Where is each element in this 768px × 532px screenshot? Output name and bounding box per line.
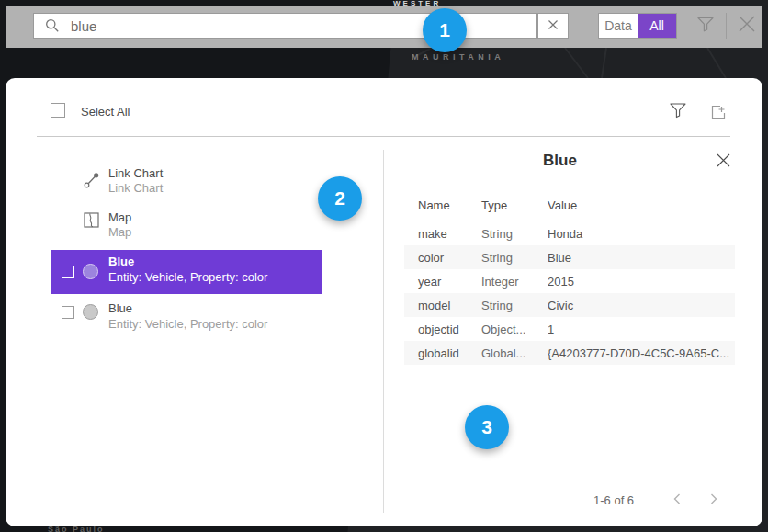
column-header-name: Name xyxy=(404,198,481,212)
attr-name: objectid xyxy=(404,323,481,336)
result-item-blue-selected[interactable]: Blue Entity: Vehicle, Property: color xyxy=(51,250,322,294)
attr-type: Global... xyxy=(481,346,548,360)
annotation-callout-1: 1 xyxy=(423,8,467,52)
pagination-label: 1-6 of 6 xyxy=(593,493,634,507)
attr-name: make xyxy=(404,227,481,241)
attr-value: Civic xyxy=(548,299,735,312)
list-detail-divider xyxy=(383,150,384,513)
map-label-mauritania: MAURITANIA xyxy=(412,52,504,62)
detail-close-button[interactable] xyxy=(713,152,733,172)
circle-swatch-icon xyxy=(83,304,98,320)
result-item-blue[interactable]: Blue Entity: Vehicle, Property: color xyxy=(51,294,322,338)
result-subtitle: Link Chart xyxy=(108,181,163,195)
attr-name: year xyxy=(404,275,481,289)
attribute-table: make String Honda color String Blue year… xyxy=(404,221,735,365)
result-subtitle: Entity: Vehicle, Property: color xyxy=(108,317,267,331)
table-row: make String Honda xyxy=(404,221,735,245)
detail-title: Blue xyxy=(383,152,737,170)
result-checkbox[interactable] xyxy=(62,306,74,319)
result-title: Blue xyxy=(108,301,132,315)
toolbar-close-button[interactable] xyxy=(734,13,760,39)
annotation-callout-3: 3 xyxy=(465,405,509,449)
toolbar-filter-button[interactable] xyxy=(693,13,718,39)
square-plus-icon xyxy=(709,103,728,125)
app-window: WESTER MAURITANIA São Paulo Data All xyxy=(0,0,768,532)
attr-type: Object... xyxy=(481,323,548,336)
annotation-callout-2: 2 xyxy=(318,176,362,221)
column-header-type: Type xyxy=(481,198,548,212)
result-title: Map xyxy=(108,210,131,224)
attr-value: 1 xyxy=(548,323,735,336)
chevron-right-icon xyxy=(709,492,718,509)
attr-value: Blue xyxy=(548,251,735,265)
search-icon xyxy=(45,18,60,33)
attr-name: color xyxy=(404,251,481,265)
column-header-value: Value xyxy=(548,198,735,212)
pagination-prev-button[interactable] xyxy=(668,492,686,510)
close-x-icon xyxy=(737,14,757,38)
search-scope-toggle: Data All xyxy=(598,13,677,39)
circle-swatch-icon xyxy=(83,264,98,279)
pagination-next-button[interactable] xyxy=(705,492,723,510)
attr-value: {A4203777-D70D-4C5C-9A65-C... xyxy=(548,346,735,360)
panel-header-divider xyxy=(37,136,730,137)
table-row: year Integer 2015 xyxy=(404,269,735,293)
select-all-label: Select All xyxy=(81,105,130,119)
scope-option-all[interactable]: All xyxy=(638,14,676,38)
map-icon xyxy=(83,211,100,229)
clear-search-button[interactable] xyxy=(537,13,569,39)
table-row: color String Blue xyxy=(404,245,735,269)
attr-name: model xyxy=(404,299,481,312)
result-title: Blue xyxy=(108,255,134,268)
select-all-checkbox[interactable] xyxy=(51,103,65,118)
chevron-left-icon xyxy=(672,492,682,509)
toolbar-divider xyxy=(726,13,727,39)
search-input[interactable] xyxy=(71,18,475,34)
result-title: Link Chart xyxy=(108,166,163,180)
search-results-panel: Select All xyxy=(6,78,762,526)
search-toolbar: Data All xyxy=(6,6,762,48)
add-to-selection-button[interactable] xyxy=(707,103,729,125)
result-subtitle: Entity: Vehicle, Property: color xyxy=(108,270,267,284)
table-row: globalid Global... {A4203777-D70D-4C5C-9… xyxy=(404,341,735,365)
attr-name: globalid xyxy=(404,346,481,360)
panel-filter-button[interactable] xyxy=(667,101,689,123)
attr-value: 2015 xyxy=(548,275,735,289)
attr-type: String xyxy=(481,251,548,265)
link-chart-icon xyxy=(83,171,101,189)
close-x-icon xyxy=(716,153,731,172)
attr-type: String xyxy=(481,227,548,241)
result-checkbox[interactable] xyxy=(62,266,74,278)
clear-x-icon xyxy=(548,17,559,34)
attr-type: String xyxy=(481,299,548,312)
filter-funnel-icon xyxy=(669,101,687,123)
table-row: model String Civic xyxy=(404,293,735,317)
result-subtitle: Map xyxy=(108,225,131,239)
table-row: objectid Object... 1 xyxy=(404,317,735,341)
attribute-table-header: Name Type Value xyxy=(404,198,735,212)
attr-value: Honda xyxy=(548,227,735,241)
scope-option-data[interactable]: Data xyxy=(599,14,638,38)
attr-type: Integer xyxy=(481,275,548,289)
filter-funnel-icon xyxy=(696,15,715,37)
